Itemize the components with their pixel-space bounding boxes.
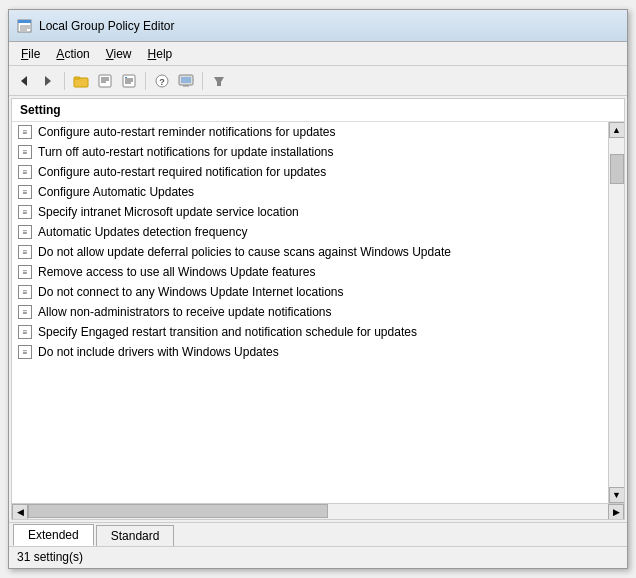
tabs-bar: Extended Standard — [9, 522, 627, 546]
list-item[interactable]: Remove access to use all Windows Update … — [12, 262, 608, 282]
setting-label: Specify Engaged restart transition and n… — [38, 325, 417, 339]
svg-marker-6 — [45, 76, 51, 86]
setting-label: Do not include drivers with Windows Upda… — [38, 345, 279, 359]
bottom-area: Extended Standard 31 setting(s) — [9, 522, 627, 568]
setting-label: Specify intranet Microsoft update servic… — [38, 205, 299, 219]
policy-icon — [18, 125, 32, 139]
svg-rect-21 — [181, 77, 191, 83]
list-item[interactable]: Turn off auto-restart notifications for … — [12, 142, 608, 162]
window-title: Local Group Policy Editor — [39, 19, 174, 33]
svg-marker-23 — [214, 77, 224, 86]
svg-rect-9 — [99, 75, 111, 87]
menu-file[interactable]: File — [13, 45, 48, 63]
tab-extended[interactable]: Extended — [13, 524, 94, 546]
scroll-track[interactable] — [610, 138, 624, 487]
setting-label: Automatic Updates detection frequency — [38, 225, 247, 239]
list-item[interactable]: Allow non-administrators to receive upda… — [12, 302, 608, 322]
policy-icon — [18, 305, 32, 319]
back-button[interactable] — [13, 70, 35, 92]
policy-icon — [18, 265, 32, 279]
app-icon — [17, 18, 33, 34]
settings-column-header: Setting — [12, 99, 624, 122]
setting-label: Allow non-administrators to receive upda… — [38, 305, 331, 319]
status-bar: 31 setting(s) — [9, 546, 627, 568]
setting-label: Turn off auto-restart notifications for … — [38, 145, 334, 159]
policy-icon — [18, 325, 32, 339]
list-item[interactable]: Automatic Updates detection frequency — [12, 222, 608, 242]
menu-view[interactable]: View — [98, 45, 140, 63]
vertical-scrollbar[interactable]: ▲ ▼ — [608, 122, 624, 503]
list-item[interactable]: Specify intranet Microsoft update servic… — [12, 202, 608, 222]
scroll-down-arrow[interactable]: ▼ — [609, 487, 625, 503]
settings-list[interactable]: Configure auto-restart reminder notifica… — [12, 122, 608, 503]
list-button[interactable] — [118, 70, 140, 92]
properties-small-button[interactable] — [94, 70, 116, 92]
list-item[interactable]: Configure auto-restart reminder notifica… — [12, 122, 608, 142]
settings-scroll-area: Configure auto-restart reminder notifica… — [12, 122, 624, 503]
list-item[interactable]: Do not allow update deferral policies to… — [12, 242, 608, 262]
svg-text:?: ? — [159, 77, 165, 87]
main-window: Local Group Policy Editor File Action Vi… — [8, 9, 628, 569]
policy-icon — [18, 165, 32, 179]
menu-action[interactable]: Action — [48, 45, 97, 63]
scroll-up-arrow[interactable]: ▲ — [609, 122, 625, 138]
toolbar: ? — [9, 66, 627, 96]
scroll-thumb[interactable] — [610, 154, 624, 184]
filter-button[interactable] — [208, 70, 230, 92]
setting-label: Do not allow update deferral policies to… — [38, 245, 451, 259]
policy-icon — [18, 345, 32, 359]
export-button[interactable] — [175, 70, 197, 92]
svg-rect-1 — [18, 20, 31, 23]
forward-button[interactable] — [37, 70, 59, 92]
h-scroll-track[interactable] — [28, 504, 608, 519]
policy-icon — [18, 225, 32, 239]
main-area: Setting Configure auto-restart reminder … — [9, 96, 627, 522]
menu-help[interactable]: Help — [140, 45, 181, 63]
policy-icon — [18, 145, 32, 159]
svg-rect-8 — [74, 77, 80, 79]
content-panel: Setting Configure auto-restart reminder … — [11, 98, 625, 520]
policy-icon — [18, 285, 32, 299]
toolbar-separator-3 — [202, 72, 203, 90]
help-button[interactable]: ? — [151, 70, 173, 92]
list-item[interactable]: Do not connect to any Windows Update Int… — [12, 282, 608, 302]
h-scroll-thumb[interactable] — [28, 504, 328, 518]
horizontal-scrollbar[interactable]: ◀ ▶ — [12, 503, 624, 519]
policy-icon — [18, 185, 32, 199]
list-item[interactable]: Do not include drivers with Windows Upda… — [12, 342, 608, 362]
list-item[interactable]: Configure auto-restart required notifica… — [12, 162, 608, 182]
setting-label: Configure auto-restart reminder notifica… — [38, 125, 336, 139]
menu-bar: File Action View Help — [9, 42, 627, 66]
setting-label: Remove access to use all Windows Update … — [38, 265, 315, 279]
toolbar-separator-2 — [145, 72, 146, 90]
svg-rect-17 — [125, 77, 127, 78]
status-text: 31 setting(s) — [17, 550, 83, 564]
tab-standard[interactable]: Standard — [96, 525, 175, 546]
policy-icon — [18, 245, 32, 259]
setting-label: Configure Automatic Updates — [38, 185, 194, 199]
list-item[interactable]: Configure Automatic Updates — [12, 182, 608, 202]
scroll-left-arrow[interactable]: ◀ — [12, 504, 28, 520]
list-item[interactable]: Specify Engaged restart transition and n… — [12, 322, 608, 342]
title-bar: Local Group Policy Editor — [9, 10, 627, 42]
scroll-right-arrow[interactable]: ▶ — [608, 504, 624, 520]
toolbar-separator-1 — [64, 72, 65, 90]
folder-button[interactable] — [70, 70, 92, 92]
svg-marker-5 — [21, 76, 27, 86]
setting-label: Do not connect to any Windows Update Int… — [38, 285, 344, 299]
policy-icon — [18, 205, 32, 219]
setting-label: Configure auto-restart required notifica… — [38, 165, 326, 179]
